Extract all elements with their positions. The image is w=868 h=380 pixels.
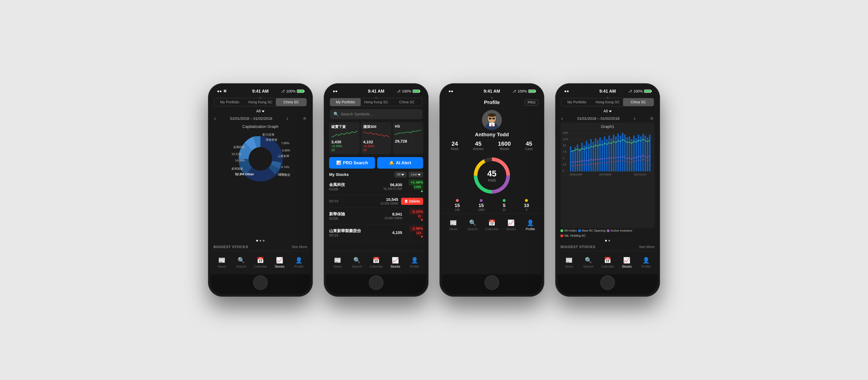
phone-1-see-more[interactable]: See More [292,245,307,249]
phone-4-nav-profile[interactable]: 👤 Profile [639,257,653,268]
phone-4-graph-area: Graph1 15% 12.5 10 7.5 5 2.5 0 [561,122,655,228]
phone-1-tab-hksc[interactable]: Hong Kong SC [245,98,276,106]
phone-4-home-button[interactable] [600,275,615,290]
phone-2-market-card-1[interactable]: 滬深300 4,102 +0.59% 20 [361,122,391,154]
phone-3-nav-calendar[interactable]: 📅 Calendar [485,219,499,231]
phone-2-stock-1[interactable]: 00719 10,545 10,500-10600 🗑 Delete [326,195,426,208]
phone-4-tab-chinasc[interactable]: China SC [623,98,654,106]
phone-1-nav-news[interactable]: 📰 News [215,257,229,268]
phone-3-donut-label: RMB [487,178,496,182]
phone-2-nav-stocks[interactable]: 📈 Stocks [388,257,403,268]
phone-1-next-icon[interactable]: › [287,116,288,121]
phone-4-next-icon[interactable]: › [634,116,636,121]
phone-2-stocks-icon: 📈 [392,257,399,264]
phone-1-biggest-stocks-label: BIGGEST STOCKS [213,245,248,249]
phone-1-settings-icon[interactable]: ⚛ [303,116,307,121]
phone-4-nav-news[interactable]: 📰 News [562,257,576,268]
mc0-sparkline [331,131,357,137]
phone-1-prev-icon[interactable]: ‹ [214,116,216,121]
phone-2-ai-alert-button[interactable]: 🔔 AI Alert [377,157,423,169]
phone-4-prev-icon[interactable]: ‹ [561,116,563,121]
phone-2-tab-chinasc[interactable]: China SC [392,98,422,106]
phone-3-nav-profile[interactable]: 👤 Profile [523,219,538,231]
mc1-title: 滬深300 [363,124,389,129]
phone-2-stock-0[interactable]: 金風科技 02208 56,830 56,200-57,000 +1.46%2,… [326,178,426,195]
phone-2-nav-news[interactable]: 📰 News [330,257,345,268]
svg-rect-50 [622,133,623,171]
phone-4-nav-calendar-label: Calendar [601,265,614,268]
phone-3-stat-words: 1600 Words [498,140,511,151]
phone-3-nav-search[interactable]: 🔍 Search [465,219,480,231]
svg-rect-46 [613,135,614,171]
phone-3-nav-news[interactable]: 📰 News [446,219,461,231]
phone-3-sub-stat-3-sub: 3 [524,208,529,211]
svg-rect-34 [586,141,587,171]
phone-3-pro-badge: PRO [525,99,538,106]
phone-2-stock-0-change: +1.46%2,026 [409,179,423,189]
phone-3-inner: ●● 9:41 AM ⎇ 100% Profile PRO [442,86,542,294]
phone-1-segment-tabs[interactable]: My Portfolio Hong Kong SC China SC [214,98,307,106]
phone-2-home-button[interactable] [369,275,383,290]
phone-3-articles-value: 45 [473,140,484,147]
svg-point-8 [488,113,496,117]
mc0-chart [331,130,357,139]
phone-3-nav-stocks[interactable]: 📈 Stocks [504,219,518,231]
phone-1-battery-icon [297,90,304,93]
phone-1-battery-pct: 100% [286,89,296,93]
phone-2-stock-2[interactable]: 新華保險 01336 8,941 10,500-10600 -0.23%21 [326,208,426,224]
phone-4-nav-search[interactable]: 🔍 Search [581,257,596,268]
phone-4-legend-stk: Stk. Holding AC [561,234,586,238]
phone-2-pro-search-icon: 📊 [336,160,341,165]
phone-4-nav-calendar[interactable]: 📅 Calendar [600,257,615,268]
phone-3-sub-stat-2-dot [503,199,506,202]
phone-1-tab-portfolio[interactable]: My Portfolio [214,98,245,106]
phone-4-nav-stocks[interactable]: 📈 Stocks [620,257,634,268]
phone-2-pro-search-label: PRO Search [343,160,368,166]
phone-2-segment-tabs[interactable]: My Portfolio Hong Kong SC China SC [330,98,423,106]
phone-4-segment-tabs[interactable]: My Portfolio Hong Kong SC China SC [561,98,654,106]
phone-1-filter-dropdown[interactable]: All [256,109,265,113]
phone-2-tab-portfolio[interactable]: My Portfolio [330,98,361,106]
phone-2-stock-0-left: 金風科技 02208 [329,182,383,191]
mc2-chart [395,129,421,138]
phone-3-battery-area: ⎇ 100% [513,89,535,93]
phone-2-filter-live[interactable]: Live [408,172,423,177]
phone-2-tab-hksc[interactable]: Hong Kong SC [361,98,392,106]
phone-4-tab-portfolio[interactable]: My Portfolio [561,98,592,106]
phone-2-delete-button[interactable]: 🗑 Delete [401,198,423,205]
phone-1-nav-profile[interactable]: 👤 Profile [292,257,306,268]
phone-1-nav-search[interactable]: 🔍 Search [234,257,248,268]
phone-1-bottom-nav: 📰 News 🔍 Search 📅 Calendar 📈 Stocks [211,251,310,274]
phone-2-delete-icon: 🗑 [404,199,408,203]
phone-1-chart-title: Capitalization Graph [242,124,278,129]
phone-2-market-card-0[interactable]: 破賣下資 3,430 +0.59% 20 [329,122,360,154]
phone-3-home-button[interactable] [485,275,499,290]
phone-1-home-button[interactable] [253,275,268,290]
phone-4-tab-hksc[interactable]: Hong Kong SC [592,98,623,106]
phone-2-search-bar[interactable]: 🔍 Search Symbols... [330,109,423,119]
phone-4-dot-1 [605,240,607,241]
phone-2-search-bar-icon: 🔍 [334,112,339,117]
phone-2-nav-search[interactable]: 🔍 Search [350,257,364,268]
phone-2-stock-3[interactable]: 山東新華製藥股份 00719 4,105 -2.96%124 [326,224,426,241]
phone-2-nav-calendar[interactable]: 📅 Calendar [369,257,383,268]
phone-2-nav-profile[interactable]: 👤 Profile [407,257,422,268]
phone-4-filter-dropdown[interactable]: All [603,109,612,113]
phone-1-nav-calendar-label: Calendar [254,265,267,268]
phone-2-market-card-2[interactable]: HS 29,728 [393,122,423,154]
phone-3-nav-profile-label: Profile [526,227,535,231]
svg-rect-44 [608,136,610,171]
phone-1-nav-calendar[interactable]: 📅 Calendar [253,257,268,268]
phone-2-stock-1-middle: 10,545 10,500-10600 [380,197,398,205]
phone-4-settings-icon[interactable]: ⚛ [650,116,654,121]
phone-4-see-more[interactable]: See More [639,245,655,249]
phone-1-tab-chinasc[interactable]: China SC [276,98,307,106]
phone-1-dot-3 [263,240,265,241]
phone-2-pro-search-button[interactable]: 📊 PRO Search [329,157,375,169]
phone-2-filter-all[interactable]: All [394,172,407,177]
phone-2-stock-2-arrow-down-icon [421,219,423,221]
phone-1-nav-stocks[interactable]: 📈 Stocks [272,257,287,268]
phone-2-my-stocks-label: My Stocks [329,172,349,177]
phone-1: ●● ⌘ 9:41 AM ⎇ 100% My Portfolio Hong Ko… [208,83,313,297]
pie-label-dongxin: 東新華製 [266,138,277,142]
